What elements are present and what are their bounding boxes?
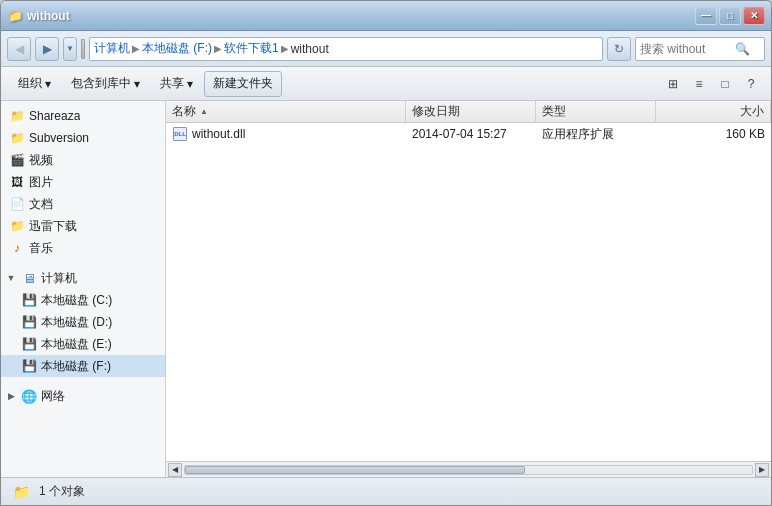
window-icon: 📁 — [7, 8, 23, 24]
nav-dropdown-button[interactable]: ▼ — [63, 37, 77, 61]
organize-dropdown-icon: ▾ — [45, 77, 51, 91]
file-cell-size: 160 KB — [656, 123, 771, 145]
include-library-button[interactable]: 包含到库中 ▾ — [62, 71, 149, 97]
column-headers: 名称 ▲ 修改日期 类型 大小 — [166, 101, 771, 123]
dll-file-icon: DLL — [172, 126, 188, 142]
title-bar-controls: — □ ✕ — [695, 7, 765, 25]
main-area: 📁 Shareaza 📁 Subversion 🎬 视频 🖼 图片 📄 文档 📁 — [1, 101, 771, 477]
video-icon: 🎬 — [9, 152, 25, 168]
maximize-button[interactable]: □ — [719, 7, 741, 25]
drive-c-label: 本地磁盘 (C:) — [41, 292, 112, 309]
sidebar-network-section[interactable]: ▶ 🌐 网络 — [1, 385, 165, 407]
computer-icon: 🖥 — [21, 270, 37, 286]
subversion-icon: 📁 — [9, 130, 25, 146]
breadcrumb-sep-2: ▶ — [214, 43, 222, 54]
table-row[interactable]: DLL without.dll 2014-07-04 15:27 应用程序扩展 … — [166, 123, 771, 145]
view-grid-button[interactable]: ⊞ — [661, 72, 685, 96]
minimize-button[interactable]: — — [695, 7, 717, 25]
status-bar: 📁 1 个对象 — [1, 477, 771, 505]
shareaza-icon: 📁 — [9, 108, 25, 124]
search-icon[interactable]: 🔍 — [734, 41, 750, 57]
drive-d-icon: 💾 — [21, 314, 37, 330]
computer-expand-icon: ▼ — [5, 272, 17, 284]
window-title: without — [27, 9, 70, 23]
network-section-label: 网络 — [41, 388, 65, 405]
sidebar-divider-1 — [1, 259, 165, 267]
network-expand-icon: ▶ — [5, 390, 17, 402]
file-cell-name: DLL without.dll — [166, 123, 406, 145]
breadcrumb-without: without — [291, 42, 329, 56]
content-area: 名称 ▲ 修改日期 类型 大小 DLL — [166, 101, 771, 477]
subversion-label: Subversion — [29, 131, 89, 145]
toolbar-right: ⊞ ≡ □ ? — [661, 72, 763, 96]
shareaza-label: Shareaza — [29, 109, 80, 123]
title-bar-left: 📁 without — [7, 8, 70, 24]
sidebar-item-shareaza[interactable]: 📁 Shareaza — [1, 105, 165, 127]
breadcrumb-computer[interactable]: 计算机 — [94, 40, 130, 57]
sidebar-computer-section[interactable]: ▼ 🖥 计算机 — [1, 267, 165, 289]
file-list[interactable]: DLL without.dll 2014-07-04 15:27 应用程序扩展 … — [166, 123, 771, 461]
file-name: without.dll — [192, 127, 245, 141]
drive-d-label: 本地磁盘 (D:) — [41, 314, 112, 331]
scroll-right-arrow[interactable]: ▶ — [755, 463, 769, 477]
sidebar-item-drive-d[interactable]: 💾 本地磁盘 (D:) — [1, 311, 165, 333]
sidebar-item-music[interactable]: ♪ 音乐 — [1, 237, 165, 259]
sidebar-item-subversion[interactable]: 📁 Subversion — [1, 127, 165, 149]
include-dropdown-icon: ▾ — [134, 77, 140, 91]
search-input[interactable] — [640, 42, 730, 56]
col-header-name[interactable]: 名称 ▲ — [166, 101, 406, 122]
file-cell-date: 2014-07-04 15:27 — [406, 123, 536, 145]
network-icon: 🌐 — [21, 388, 37, 404]
sidebar-item-pictures[interactable]: 🖼 图片 — [1, 171, 165, 193]
music-label: 音乐 — [29, 240, 53, 257]
xunlei-label: 迅雷下载 — [29, 218, 77, 235]
computer-section-label: 计算机 — [41, 270, 77, 287]
drive-f-icon: 💾 — [21, 358, 37, 374]
breadcrumb-ruanjian[interactable]: 软件下载1 — [224, 40, 279, 57]
documents-label: 文档 — [29, 196, 53, 213]
view-list-button[interactable]: ≡ — [687, 72, 711, 96]
search-box[interactable]: 🔍 — [635, 37, 765, 61]
sidebar-item-xunlei[interactable]: 📁 迅雷下载 — [1, 215, 165, 237]
title-bar: 📁 without — □ ✕ — [1, 1, 771, 31]
scroll-left-arrow[interactable]: ◀ — [168, 463, 182, 477]
main-window: 📁 without — □ ✕ ◀ ▶ ▼ 计算机 ▶ 本地磁盘 (F:) ▶ … — [0, 0, 772, 506]
sidebar-item-drive-f[interactable]: 💾 本地磁盘 (F:) — [1, 355, 165, 377]
new-folder-button[interactable]: 新建文件夹 — [204, 71, 282, 97]
back-button[interactable]: ◀ — [7, 37, 31, 61]
pictures-icon: 🖼 — [9, 174, 25, 190]
toolbar: 组织 ▾ 包含到库中 ▾ 共享 ▾ 新建文件夹 ⊞ ≡ □ ? — [1, 67, 771, 101]
col-header-type[interactable]: 类型 — [536, 101, 656, 122]
close-button[interactable]: ✕ — [743, 7, 765, 25]
refresh-button[interactable]: ↻ — [607, 37, 631, 61]
folder-icon-small — [81, 39, 85, 59]
col-header-size[interactable]: 大小 — [656, 101, 771, 122]
sidebar-item-drive-e[interactable]: 💾 本地磁盘 (E:) — [1, 333, 165, 355]
sidebar-item-video[interactable]: 🎬 视频 — [1, 149, 165, 171]
status-text: 1 个对象 — [39, 483, 85, 500]
scroll-thumb[interactable] — [185, 466, 525, 474]
breadcrumb-container[interactable]: 计算机 ▶ 本地磁盘 (F:) ▶ 软件下载1 ▶ without — [89, 37, 603, 61]
breadcrumb-sep-3: ▶ — [281, 43, 289, 54]
breadcrumb-diskf[interactable]: 本地磁盘 (F:) — [142, 40, 212, 57]
sidebar-divider-2 — [1, 377, 165, 385]
drive-e-icon: 💾 — [21, 336, 37, 352]
scroll-track[interactable] — [184, 465, 753, 475]
pictures-label: 图片 — [29, 174, 53, 191]
help-button[interactable]: ? — [739, 72, 763, 96]
organize-button[interactable]: 组织 ▾ — [9, 71, 60, 97]
drive-c-icon: 💾 — [21, 292, 37, 308]
sidebar-item-drive-c[interactable]: 💾 本地磁盘 (C:) — [1, 289, 165, 311]
sidebar-item-documents[interactable]: 📄 文档 — [1, 193, 165, 215]
col-header-date[interactable]: 修改日期 — [406, 101, 536, 122]
view-details-button[interactable]: □ — [713, 72, 737, 96]
drive-e-label: 本地磁盘 (E:) — [41, 336, 112, 353]
status-folder-icon: 📁 — [11, 482, 31, 502]
music-icon: ♪ — [9, 240, 25, 256]
forward-button[interactable]: ▶ — [35, 37, 59, 61]
horizontal-scrollbar[interactable]: ◀ ▶ — [166, 461, 771, 477]
drive-f-label: 本地磁盘 (F:) — [41, 358, 111, 375]
share-button[interactable]: 共享 ▾ — [151, 71, 202, 97]
sidebar: 📁 Shareaza 📁 Subversion 🎬 视频 🖼 图片 📄 文档 📁 — [1, 101, 166, 477]
address-bar: ◀ ▶ ▼ 计算机 ▶ 本地磁盘 (F:) ▶ 软件下载1 ▶ without … — [1, 31, 771, 67]
